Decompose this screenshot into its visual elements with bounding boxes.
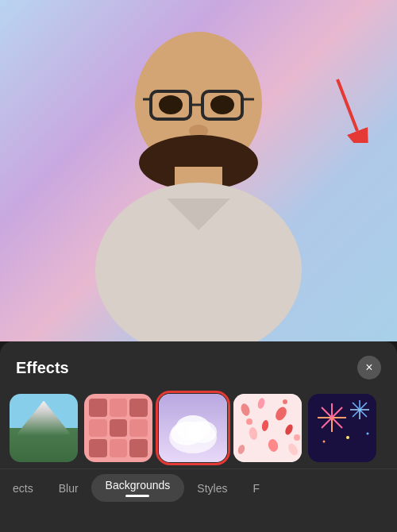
svg-point-31 (294, 434, 300, 441)
tab-active-indicator (125, 495, 149, 497)
svg-point-29 (246, 418, 252, 425)
effects-header: Effects × (0, 341, 397, 387)
bottom-panel: Effects × (0, 341, 397, 532)
svg-point-51 (367, 433, 369, 435)
tab-f[interactable]: F (240, 476, 272, 501)
thumbnail-floral[interactable] (233, 394, 302, 462)
close-button[interactable]: × (357, 356, 381, 380)
thumbnail-fireworks[interactable] (308, 394, 376, 462)
tab-blur[interactable]: Blur (46, 476, 91, 501)
thumbnails-row (0, 387, 397, 468)
tab-styles[interactable]: Styles (184, 476, 240, 501)
svg-point-6 (159, 95, 183, 114)
svg-point-30 (283, 399, 287, 404)
thumbnail-mountain[interactable] (10, 394, 78, 462)
svg-point-18 (175, 415, 210, 441)
tab-bar: ects Blur Backgrounds Styles F (0, 468, 397, 502)
panel-title: Effects (16, 359, 69, 377)
tab-effects[interactable]: ects (0, 476, 46, 501)
svg-point-50 (323, 441, 326, 443)
thumbnail-sky[interactable] (159, 394, 227, 462)
thumbnail-pink-grid[interactable] (84, 394, 152, 462)
person-figure (71, 24, 326, 341)
svg-point-49 (346, 436, 349, 439)
svg-point-7 (210, 95, 234, 114)
tab-backgrounds[interactable]: Backgrounds (91, 474, 185, 502)
video-preview (0, 0, 397, 341)
